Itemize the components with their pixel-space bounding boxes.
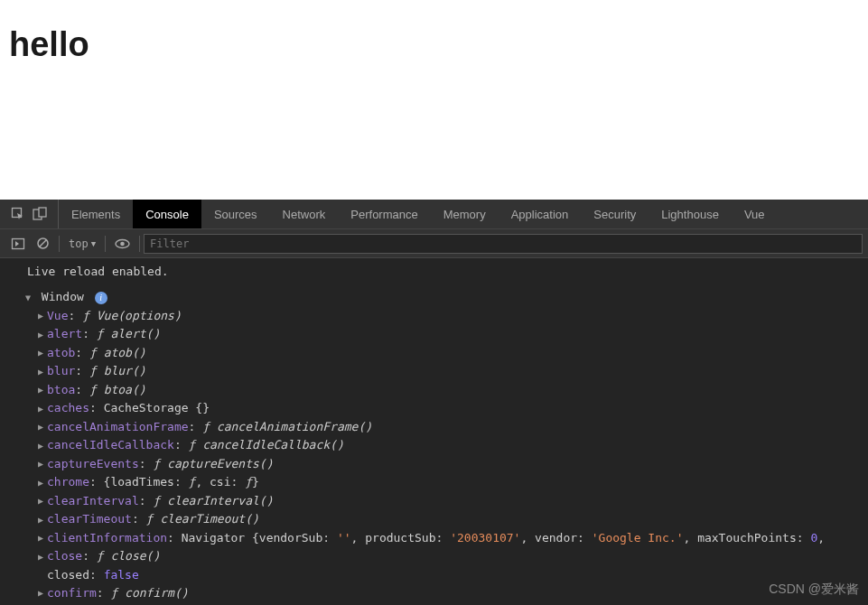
page-viewport: hello	[0, 0, 868, 200]
devtools-tab-bar: Elements Console Sources Network Perform…	[0, 200, 868, 229]
property-row[interactable]: clearTimeout: ƒ clearTimeout()	[25, 510, 864, 529]
chevron-down-icon: ▼	[91, 239, 96, 248]
expand-triangle-icon[interactable]	[38, 455, 47, 473]
property-row[interactable]: chrome: {loadTimes: ƒ, csi: ƒ}	[25, 473, 864, 492]
tab-security[interactable]: Security	[581, 200, 649, 228]
expand-triangle-icon[interactable]	[38, 381, 47, 399]
expand-triangle-icon[interactable]	[38, 492, 47, 510]
console-output: Live reload enabled. Window i Vue: ƒ Vue…	[0, 258, 868, 605]
expand-triangle-icon[interactable]	[38, 548, 47, 566]
tab-sources[interactable]: Sources	[201, 200, 270, 228]
tab-application[interactable]: Application	[499, 200, 582, 228]
object-name: Window	[42, 290, 84, 303]
tab-performance[interactable]: Performance	[338, 200, 430, 228]
property-row[interactable]: alert: ƒ alert()	[25, 325, 864, 344]
property-row[interactable]: closed: false	[25, 566, 864, 584]
property-row[interactable]: close: ƒ close()	[25, 547, 864, 566]
expand-triangle-icon[interactable]	[38, 307, 47, 325]
toolbar-separator	[59, 236, 60, 252]
expand-triangle-icon[interactable]	[38, 400, 47, 418]
expand-triangle-icon[interactable]	[38, 474, 47, 492]
svg-line-5	[40, 240, 47, 247]
expand-triangle-icon[interactable]	[38, 326, 47, 344]
property-row[interactable]: blur: ƒ blur()	[25, 362, 864, 381]
page-heading: hello	[9, 25, 859, 64]
tab-vue[interactable]: Vue	[732, 200, 778, 228]
property-row[interactable]: confirm: ƒ confirm()	[25, 584, 864, 603]
tab-elements[interactable]: Elements	[59, 200, 133, 228]
tab-lighthouse[interactable]: Lighthouse	[649, 200, 732, 228]
toggle-sidebar-icon[interactable]	[11, 237, 25, 251]
context-selector[interactable]: top ▼	[69, 237, 96, 250]
property-row[interactable]: cancelIdleCallback: ƒ cancelIdleCallback…	[25, 436, 864, 455]
property-row[interactable]: cancelAnimationFrame: ƒ cancelAnimationF…	[25, 418, 864, 437]
device-toggle-icon[interactable]	[33, 207, 47, 221]
inspect-element-icon[interactable]	[11, 207, 25, 221]
toolbar-separator	[139, 236, 140, 252]
devtools-panel: Elements Console Sources Network Perform…	[0, 200, 868, 605]
tab-console[interactable]: Console	[133, 200, 201, 228]
property-row[interactable]: clearInterval: ƒ clearInterval()	[25, 492, 864, 511]
log-message: Live reload enabled.	[0, 262, 868, 281]
console-toolbar: top ▼	[0, 229, 868, 258]
expand-triangle-icon[interactable]	[38, 529, 47, 547]
svg-point-7	[120, 241, 125, 246]
expand-triangle-icon[interactable]	[38, 511, 47, 529]
property-row[interactable]: btoa: ƒ btoa()	[25, 381, 864, 400]
expand-triangle-icon[interactable]	[38, 418, 47, 436]
property-row[interactable]: Vue: ƒ Vue(options)	[25, 307, 864, 326]
expand-triangle-icon[interactable]	[38, 363, 47, 381]
devtools-tabs: Elements Console Sources Network Perform…	[59, 200, 778, 228]
property-row[interactable]: clientInformation: Navigator {vendorSub:…	[25, 529, 864, 548]
info-icon[interactable]: i	[95, 292, 107, 304]
property-row[interactable]: captureEvents: ƒ captureEvents()	[25, 455, 864, 474]
object-inspector: Window i Vue: ƒ Vue(options)alert: ƒ ale…	[0, 281, 868, 605]
tab-network[interactable]: Network	[270, 200, 339, 228]
context-label: top	[69, 237, 89, 250]
live-expression-icon[interactable]	[115, 238, 130, 249]
property-row[interactable]: atob: ƒ atob()	[25, 344, 864, 363]
object-root-row[interactable]: Window i	[25, 288, 864, 307]
property-row[interactable]: caches: CacheStorage {}	[25, 399, 864, 418]
filter-input[interactable]	[144, 234, 863, 254]
expand-triangle-icon[interactable]	[25, 289, 34, 307]
expand-triangle-icon[interactable]	[38, 437, 47, 455]
svg-rect-2	[39, 208, 46, 217]
expand-triangle-icon[interactable]	[38, 584, 47, 602]
devtools-tab-icons	[0, 200, 59, 228]
toolbar-separator	[105, 236, 106, 252]
expand-triangle-icon[interactable]	[38, 344, 47, 362]
clear-console-icon[interactable]	[36, 237, 50, 250]
tab-memory[interactable]: Memory	[431, 200, 499, 228]
